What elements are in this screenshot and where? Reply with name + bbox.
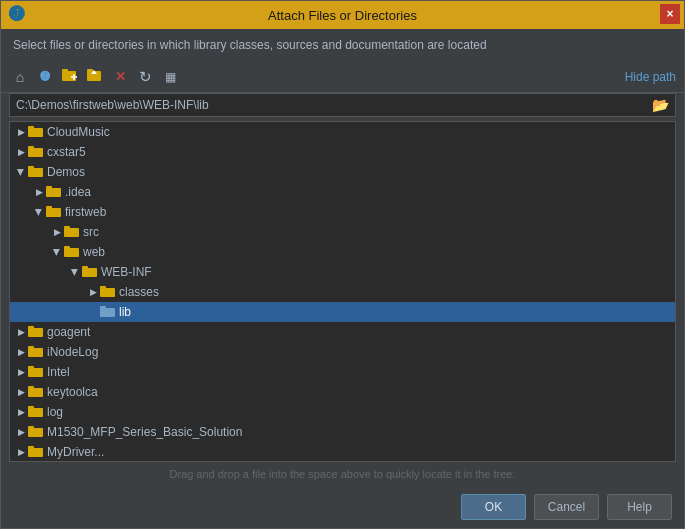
path-bar: C:\Demos\firstweb\web\WEB-INF\lib 📂: [9, 93, 676, 117]
folder-icon-m1530: [28, 424, 44, 440]
svg-rect-1: [62, 69, 68, 72]
tree-item-cloud[interactable]: ▶ CloudMusic: [10, 122, 675, 142]
tree-item-mydriver[interactable]: ▶ MyDriver...: [10, 442, 675, 462]
svg-rect-22: [82, 266, 88, 269]
tree-item-inodelog[interactable]: ▶ iNodeLog: [10, 342, 675, 362]
svg-rect-39: [28, 448, 43, 457]
path-browse-icon[interactable]: 📂: [652, 97, 669, 113]
tree-item-lib[interactable]: ▶ lib: [10, 302, 675, 322]
tree-item-src[interactable]: ▶ src: [10, 222, 675, 242]
tree-label-lib: lib: [119, 305, 131, 319]
tree-item-cxstar5[interactable]: ▶ cxstar5: [10, 142, 675, 162]
tree-arrow-m1530: ▶: [14, 425, 28, 439]
tree-arrow-keytoolca: ▶: [14, 385, 28, 399]
svg-rect-7: [28, 128, 43, 137]
svg-rect-11: [28, 168, 43, 177]
view-button[interactable]: ▦: [159, 66, 181, 88]
tree-arrow-cloud: ▶: [14, 125, 28, 139]
svg-rect-20: [64, 246, 70, 249]
svg-rect-27: [28, 328, 43, 337]
svg-rect-5: [87, 69, 93, 72]
help-button[interactable]: Help: [607, 494, 672, 520]
tree-arrow-classes: ▶: [86, 285, 100, 299]
cancel-button[interactable]: Cancel: [534, 494, 599, 520]
tree-label-src: src: [83, 225, 99, 239]
folder-icon-intel: [28, 364, 44, 380]
tree-item-intel[interactable]: ▶ Intel: [10, 362, 675, 382]
new-folder-icon: [62, 68, 78, 85]
svg-rect-33: [28, 388, 43, 397]
tree-label-m1530: M1530_MFP_Series_Basic_Solution: [47, 425, 242, 439]
tree-item-log[interactable]: ▶ log: [10, 402, 675, 422]
tree-arrow-demos: ▶: [14, 165, 28, 179]
tree-item-web[interactable]: ▶ web: [10, 242, 675, 262]
new-folder-button[interactable]: [59, 66, 81, 88]
svg-rect-29: [28, 348, 43, 357]
close-button[interactable]: ×: [660, 4, 680, 24]
folder-icon-idea: [46, 184, 62, 200]
folder-icon-mydriver: [28, 444, 44, 460]
svg-rect-28: [28, 326, 34, 329]
svg-rect-38: [28, 426, 34, 429]
tree-label-inodelog: iNodeLog: [47, 345, 98, 359]
hide-path-button[interactable]: Hide path: [625, 70, 676, 84]
folder-icon-log: [28, 404, 44, 420]
tree-item-demos[interactable]: ▶ Demos: [10, 162, 675, 182]
folder-icon-classes: [100, 284, 116, 300]
tree-arrow-intel: ▶: [14, 365, 28, 379]
tree-label-goagent: goagent: [47, 325, 90, 339]
ok-button[interactable]: OK: [461, 494, 526, 520]
ideaj-icon: 🅙: [40, 71, 50, 82]
tree-item-m1530[interactable]: ▶ M1530_MFP_Series_Basic_Solution: [10, 422, 675, 442]
tree-item-firstweb[interactable]: ▶ firstweb: [10, 202, 675, 222]
svg-rect-19: [64, 248, 79, 257]
home-button[interactable]: ⌂: [9, 66, 31, 88]
refresh-button[interactable]: ↻: [134, 66, 156, 88]
svg-rect-30: [28, 346, 34, 349]
tree-arrow-web: ▶: [50, 245, 64, 259]
tree-arrow-idea: ▶: [32, 185, 46, 199]
view-icon: ▦: [165, 70, 176, 84]
svg-rect-35: [28, 408, 43, 417]
svg-rect-36: [28, 406, 34, 409]
tree-arrow-mydriver: ▶: [14, 445, 28, 459]
home-icon: ⌂: [16, 69, 24, 85]
tree-item-keytoolca[interactable]: ▶ keytoolca: [10, 382, 675, 402]
delete-icon: ✕: [115, 69, 126, 84]
svg-rect-25: [100, 308, 115, 317]
tree-arrow-webinf: ▶: [68, 265, 82, 279]
ideaj-button[interactable]: 🅙: [34, 66, 56, 88]
delete-button[interactable]: ✕: [109, 66, 131, 88]
tree-arrow-cxstar5: ▶: [14, 145, 28, 159]
tree-label-webinf: WEB-INF: [101, 265, 152, 279]
folder-icon-demos: [28, 164, 44, 180]
svg-rect-40: [28, 446, 34, 449]
tree-item-webinf[interactable]: ▶ WEB-INF: [10, 262, 675, 282]
tree-item-classes[interactable]: ▶ classes: [10, 282, 675, 302]
folder-icon-webinf: [82, 264, 98, 280]
folder-icon-firstweb: [46, 204, 62, 220]
button-bar: OK Cancel Help: [1, 486, 684, 528]
svg-rect-10: [28, 146, 34, 149]
svg-rect-24: [100, 286, 106, 289]
tree-item-idea[interactable]: ▶ .idea: [10, 182, 675, 202]
svg-rect-16: [46, 206, 52, 209]
tree-arrow-src: ▶: [50, 225, 64, 239]
toolbar: ⌂ 🅙 ✕: [1, 62, 684, 93]
tree-label-cloud: CloudMusic: [47, 125, 110, 139]
path-text: C:\Demos\firstweb\web\WEB-INF\lib: [16, 98, 209, 112]
folder-up-icon: [87, 68, 103, 85]
svg-rect-34: [28, 386, 34, 389]
svg-rect-21: [82, 268, 97, 277]
tree-arrow-firstweb: ▶: [32, 205, 46, 219]
folder-icon-web: [64, 244, 80, 260]
tree-item-goagent[interactable]: ▶ goagent: [10, 322, 675, 342]
tree-label-web: web: [83, 245, 105, 259]
folder-up-button[interactable]: [84, 66, 106, 88]
svg-rect-17: [64, 228, 79, 237]
svg-rect-15: [46, 208, 61, 217]
tree-label-keytoolca: keytoolca: [47, 385, 98, 399]
svg-rect-26: [100, 306, 106, 309]
file-tree[interactable]: ▶ CloudMusic ▶ cxstar5 ▶ Demos ▶: [9, 121, 676, 462]
tree-label-classes: classes: [119, 285, 159, 299]
